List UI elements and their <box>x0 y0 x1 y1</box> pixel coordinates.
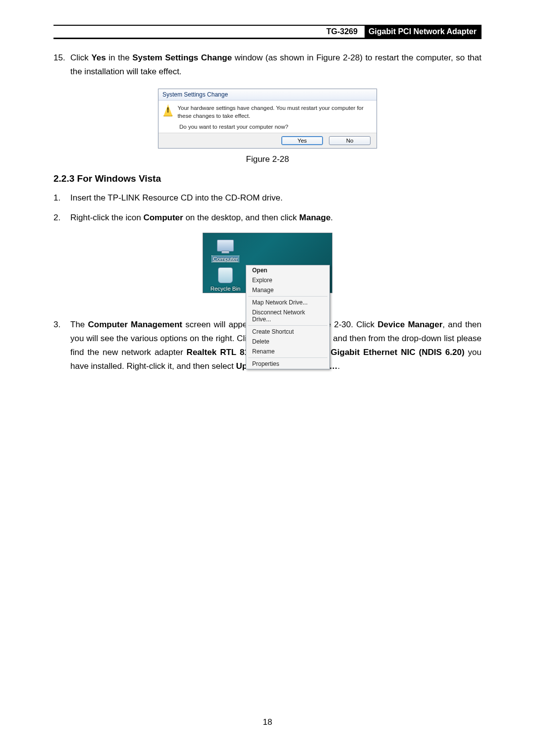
system-settings-change-dialog: System Settings Change Your hardware set… <box>158 89 377 149</box>
text: in the <box>106 53 132 62</box>
page-number: 18 <box>0 717 535 727</box>
list-number: 1. <box>54 191 70 205</box>
ctx-separator <box>248 325 327 326</box>
ctx-rename[interactable]: Rename <box>246 347 329 356</box>
dialog-question: Do you want to restart your computer now… <box>159 124 376 133</box>
text: The <box>70 320 88 329</box>
header-spacer <box>54 26 320 38</box>
list-number: 15. <box>54 51 70 79</box>
step-15: 15. Click Yes in the System Settings Cha… <box>54 51 482 79</box>
page-header: TG-3269 Gigabit PCI Network Adapter <box>54 25 482 39</box>
bold: Device Manager <box>377 320 442 329</box>
step-1-text: Insert the TP-LINK Resource CD into the … <box>70 191 482 205</box>
ctx-explore[interactable]: Explore <box>246 275 329 285</box>
text: Right-click the icon <box>70 213 143 222</box>
text: . <box>330 213 333 222</box>
bold: System Settings Change <box>132 53 232 62</box>
bold: Computer Management <box>88 320 182 329</box>
ctx-separator <box>248 296 327 297</box>
no-button[interactable]: No <box>329 136 371 145</box>
dialog-actions: Yes No <box>159 133 376 148</box>
ctx-properties[interactable]: Properties <box>246 359 329 369</box>
step-2: 2. Right-click the icon Computer on the … <box>54 211 482 225</box>
recycle-bin-label: Recycle Bin <box>211 286 241 292</box>
ctx-map-drive[interactable]: Map Network Drive... <box>246 298 329 307</box>
step-1: 1. Insert the TP-LINK Resource CD into t… <box>54 191 482 205</box>
monitor-icon <box>217 240 234 252</box>
ctx-disconnect-drive[interactable]: Disconnect Network Drive... <box>246 307 329 324</box>
bold: Computer <box>143 213 183 222</box>
yes-button[interactable]: Yes <box>281 136 323 145</box>
bin-icon <box>218 267 233 283</box>
bold: Manage <box>299 213 330 222</box>
ctx-delete[interactable]: Delete <box>246 337 329 347</box>
figure-2-28-caption: Figure 2-28 <box>54 154 482 164</box>
text: . <box>338 361 340 371</box>
computer-icon[interactable]: Computer <box>209 238 242 263</box>
header-model: TG-3269 <box>320 26 365 38</box>
dialog-message: Your hardware settings have changed. You… <box>177 104 372 120</box>
bold: Yes <box>91 53 106 62</box>
dialog-body: Your hardware settings have changed. You… <box>159 101 376 124</box>
ctx-create-shortcut[interactable]: Create Shortcut <box>246 327 329 337</box>
computer-label: Computer <box>212 256 239 262</box>
text: Click <box>70 53 91 62</box>
recycle-bin-icon[interactable]: Recycle Bin <box>209 268 242 293</box>
ctx-manage[interactable]: Manage <box>246 285 329 295</box>
section-2-2-3-heading: 2.2.3 For Windows Vista <box>54 173 482 184</box>
document-page: TG-3269 Gigabit PCI Network Adapter 15. … <box>0 0 535 756</box>
ctx-open[interactable]: Open <box>246 265 329 275</box>
header-title: Gigabit PCI Network Adapter <box>365 26 482 38</box>
warning-icon <box>163 104 172 116</box>
dialog-title: System Settings Change <box>159 89 376 101</box>
list-number: 3. <box>54 318 70 373</box>
ctx-separator <box>248 357 327 358</box>
context-menu: Open Explore Manage Map Network Drive...… <box>246 265 330 369</box>
text: on the desktop, and then click <box>183 213 299 222</box>
desktop-context-menu-figure: Computer Recycle Bin Open Explore Manage… <box>203 233 332 293</box>
step-2-text: Right-click the icon Computer on the des… <box>70 211 482 225</box>
step-15-text: Click Yes in the System Settings Change … <box>70 51 482 79</box>
list-number: 2. <box>54 211 70 225</box>
